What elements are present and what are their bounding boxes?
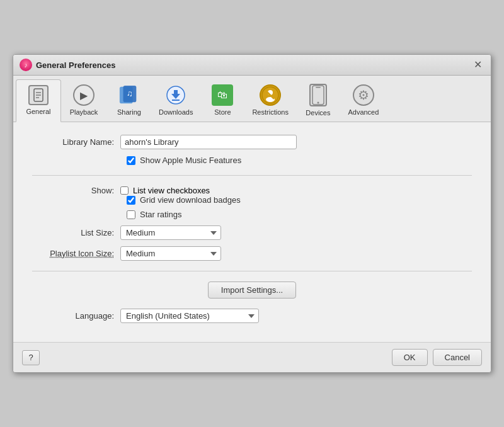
grid-view-checkbox[interactable] xyxy=(127,196,135,205)
show-label: Show: xyxy=(32,186,120,195)
grid-view-label[interactable]: Grid view download badges xyxy=(140,195,241,205)
library-name-row: Library Name: xyxy=(32,135,472,149)
import-settings-button[interactable]: Import Settings... xyxy=(208,282,296,299)
grid-view-row: Grid view download badges xyxy=(127,195,472,205)
tab-advanced[interactable]: ⚙ Advanced xyxy=(341,79,386,122)
help-button[interactable]: ? xyxy=(22,350,40,365)
tab-downloads-label: Downloads xyxy=(159,108,193,116)
app-icon: ♪ xyxy=(20,59,32,71)
svg-rect-15 xyxy=(316,87,321,88)
tab-advanced-label: Advanced xyxy=(348,108,379,116)
playlist-icon-size-dropdown[interactable]: Small Medium Large xyxy=(120,246,221,261)
title-bar: ♪ General Preferences ✕ xyxy=(13,55,491,76)
playlist-icon-size-label: Playlist Icon Size: xyxy=(32,249,120,258)
toolbar: General ▶ Playback ♫ Sharing xyxy=(13,76,491,122)
show-apple-music-row: Show Apple Music Features xyxy=(127,156,472,165)
svg-point-16 xyxy=(317,102,319,104)
list-view-checkboxes-checkbox[interactable] xyxy=(120,186,129,195)
playback-icon: ▶ xyxy=(73,84,94,106)
star-ratings-checkbox[interactable] xyxy=(127,210,135,219)
content-area: Library Name: Show Apple Music Features … xyxy=(13,122,491,342)
downloads-icon xyxy=(165,84,186,106)
show-row: Show: List view checkboxes xyxy=(32,186,472,195)
import-settings-row: Import Settings... xyxy=(32,282,472,299)
general-icon xyxy=(28,85,49,105)
tab-downloads[interactable]: Downloads xyxy=(152,79,200,122)
ok-button[interactable]: OK xyxy=(392,349,428,366)
window-title: General Preferences xyxy=(36,60,115,70)
language-dropdown[interactable]: English (United States) Deutsch Français… xyxy=(120,309,259,323)
tab-sharing[interactable]: ♫ Sharing xyxy=(106,79,152,122)
store-icon: 🛍 xyxy=(212,84,233,106)
divider-1 xyxy=(32,175,472,176)
cancel-button[interactable]: Cancel xyxy=(433,349,482,366)
tab-restrictions[interactable]: Restrictions xyxy=(245,79,295,122)
show-apple-music-label[interactable]: Show Apple Music Features xyxy=(140,156,241,165)
tab-devices[interactable]: Devices xyxy=(295,79,341,122)
language-row: Language: English (United States) Deutsc… xyxy=(32,309,472,323)
list-size-dropdown[interactable]: Small Medium Large xyxy=(120,225,221,240)
devices-icon xyxy=(309,84,327,106)
tab-general-label: General xyxy=(26,108,50,115)
star-ratings-row: Star ratings xyxy=(127,210,472,219)
list-view-checkboxes-label[interactable]: List view checkboxes xyxy=(133,186,210,195)
sharing-icon: ♫ xyxy=(118,84,140,106)
tab-sharing-label: Sharing xyxy=(117,108,141,116)
tab-playback-label: Playback xyxy=(70,108,98,116)
playlist-icon-size-row: Playlist Icon Size: Small Medium Large xyxy=(32,246,472,261)
svg-text:♫: ♫ xyxy=(127,89,133,98)
restrictions-icon xyxy=(260,84,281,106)
footer-buttons: OK Cancel xyxy=(392,349,482,366)
tab-store-label: Store xyxy=(214,108,231,116)
language-label: Language: xyxy=(32,311,120,321)
list-view-checkboxes-row: List view checkboxes xyxy=(120,186,210,195)
tab-restrictions-label: Restrictions xyxy=(252,108,288,116)
advanced-icon: ⚙ xyxy=(353,84,374,106)
footer: ? OK Cancel xyxy=(13,342,491,372)
title-bar-left: ♪ General Preferences xyxy=(20,59,115,71)
tab-playback[interactable]: ▶ Playback xyxy=(61,79,106,122)
star-ratings-label[interactable]: Star ratings xyxy=(140,210,181,219)
tab-devices-label: Devices xyxy=(306,109,330,117)
library-name-label: Library Name: xyxy=(32,137,120,147)
list-size-row: List Size: Small Medium Large xyxy=(32,225,472,240)
tab-store[interactable]: 🛍 Store xyxy=(200,79,245,122)
divider-2 xyxy=(32,271,472,271)
tab-general[interactable]: General xyxy=(16,79,61,122)
show-apple-music-checkbox[interactable] xyxy=(127,156,135,165)
library-name-input[interactable] xyxy=(120,135,297,149)
list-size-label: List Size: xyxy=(32,228,120,237)
close-button[interactable]: ✕ xyxy=(471,59,484,71)
preferences-window: ♪ General Preferences ✕ General ▶ Playba… xyxy=(13,54,491,373)
